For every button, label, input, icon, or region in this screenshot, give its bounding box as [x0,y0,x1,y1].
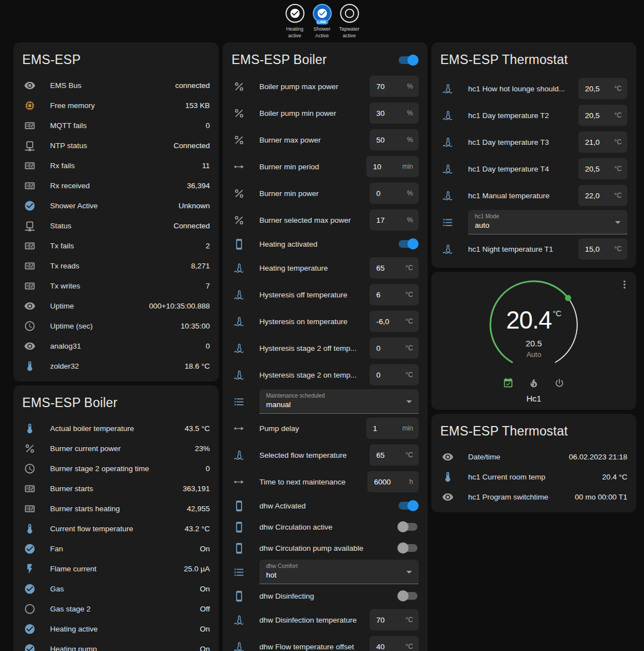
check-circle-icon [24,643,36,651]
number-input[interactable]: 17% [370,209,419,231]
entity-row[interactable]: Heating activeOn [13,619,219,639]
number-input[interactable]: 0°C [370,364,419,385]
thermo-waves-icon [233,342,245,354]
number-input[interactable]: 20,5°C [578,105,627,126]
toggle-switch[interactable] [399,502,417,510]
entity-row[interactable]: Flame current25.0 µA [13,559,219,579]
select-input[interactable]: dhw Comforthot [259,560,419,584]
eye-icon [24,80,36,91]
number-value: 30 [370,109,404,118]
entity-value: On [200,645,210,651]
number-input[interactable]: 21,0°C [578,131,627,153]
entity-row[interactable]: Rx fails11 [13,155,219,175]
entity-row[interactable]: Rx received36,394 [13,175,219,195]
entity-row[interactable]: NTP statusConnected [13,135,219,155]
badge-tapwater-active[interactable]: Tapwater active [337,4,362,42]
entity-row[interactable]: MQTT fails0 [13,115,219,135]
number-unit: °C [614,165,627,173]
counter-icon [24,260,36,272]
number-input[interactable]: 0°C [370,337,419,359]
entity-row[interactable]: Tx reads8,271 [13,256,219,276]
number-input[interactable]: 70°C [370,609,419,630]
entity-row[interactable]: Heating pumpOn [13,639,219,651]
select-input[interactable]: Maintenance scheduledmanual [259,389,419,414]
entity-row[interactable]: Gas stage 2Off [13,599,219,619]
entity-row[interactable]: Burner starts363,191 [13,478,219,498]
entity-row[interactable]: Tx writes7 [13,276,219,296]
number-input[interactable]: -6,0°C [370,311,419,332]
check-circle-icon [24,543,36,555]
number-input[interactable]: 65°C [370,257,419,278]
entity-row[interactable]: Uptime000+10:35:00.888 [13,296,219,316]
badge-shower-active[interactable]: LINKShower Active [309,4,335,42]
number-input[interactable]: 10min [366,156,419,177]
control-name: Hysteresis off temperature [259,291,370,299]
entity-list: Date/time06.02.2023 21:18hc1 Current roo… [431,447,636,507]
toggle-switch[interactable] [399,544,417,552]
number-input[interactable]: 22,0°C [578,185,627,206]
card-title: EMS-ESP Thermostat [431,42,636,75]
number-input[interactable]: 40°C [370,636,419,651]
number-unit: % [407,109,419,117]
device-icon [233,521,245,533]
entity-row[interactable]: Shower ActiveUnknown [13,195,219,216]
entity-row[interactable]: Uptime (sec)10:35:00 [13,316,219,336]
entity-row[interactable]: Tx fails2 [13,236,219,256]
circle-outline-icon [344,8,355,19]
number-input[interactable]: 20,5°C [578,158,627,179]
entity-row[interactable]: Burner starts heating42,955 [13,498,219,518]
number-input[interactable]: 50% [370,129,419,150]
control-row: hc1 Day temperature T420,5°C [431,155,636,182]
entity-row[interactable]: Date/time06.02.2023 21:18 [431,447,636,467]
card-header-toggle[interactable] [399,56,417,64]
entity-value: 11 [202,161,210,170]
toggle-switch[interactable] [399,592,417,600]
entity-row[interactable]: zolder3218.6 °C [13,356,219,376]
select-input[interactable]: hc1 Modeauto [468,210,627,234]
entity-row[interactable]: hc1 Current room temp20.4 °C [431,467,636,487]
control-name: Boiler pump max power [259,82,370,91]
toggle-switch[interactable] [399,240,417,248]
entity-row[interactable]: Burner current power23% [13,438,219,458]
more-menu-icon[interactable] [618,278,631,291]
control-row: Burner max power50% [223,126,427,153]
entity-name: Fan [50,545,194,553]
entity-row[interactable]: Burner stage 2 operating time0 [13,458,219,478]
calendar-check-icon[interactable] [503,378,514,389]
number-input[interactable]: 6000h [367,471,419,492]
number-unit: h [409,478,419,486]
toggle-switch[interactable] [399,523,417,531]
ray-icon [233,476,245,488]
number-input[interactable]: 30% [370,102,419,124]
power-icon[interactable] [554,378,565,389]
temperature-unit: °C [553,309,562,318]
number-input[interactable]: 70% [370,76,419,97]
entity-name: Gas [50,585,194,593]
entity-row[interactable]: hc1 Program switchtime00 mo 00:00 T1 [431,487,636,507]
badge-heating-active[interactable]: Heating active [282,4,308,42]
number-input[interactable]: 65°C [370,444,419,466]
clock-icon [24,320,36,332]
dial-target-marker[interactable] [565,295,571,301]
thermostat-dial[interactable]: 20.4°C 20.5 Auto [481,280,587,375]
entity-row[interactable]: Actual boiler temperature43.5 °C [13,418,219,438]
number-input[interactable]: 0% [370,183,419,204]
entity-row[interactable]: Free memory153 KB [13,95,219,115]
control-row: Burner selected max power17% [223,207,427,233]
entity-row[interactable]: GasOn [13,579,219,599]
number-input[interactable]: 20,5°C [578,78,627,99]
card-title: EMS-ESP Boiler [232,52,327,67]
number-input[interactable]: 15,0°C [578,238,627,260]
entity-row[interactable]: Current flow temperature43.2 °C [13,518,219,539]
entity-row[interactable]: EMS Busconnected [13,75,219,95]
badge-label: Heating active [282,26,308,39]
entity-row[interactable]: analog310 [13,336,219,356]
number-input[interactable]: 1min [366,418,419,439]
entity-row[interactable]: FanOn [13,539,219,559]
control-name: dhw Disinfection temperature [259,616,370,624]
number-input[interactable]: 6°C [370,284,419,305]
fire-icon[interactable] [528,378,539,389]
thermometer-icon [24,523,36,535]
entity-row[interactable]: StatusConnected [13,216,219,236]
dashboard-columns: EMS-ESP EMS BusconnectedFree memory153 K… [0,42,644,651]
